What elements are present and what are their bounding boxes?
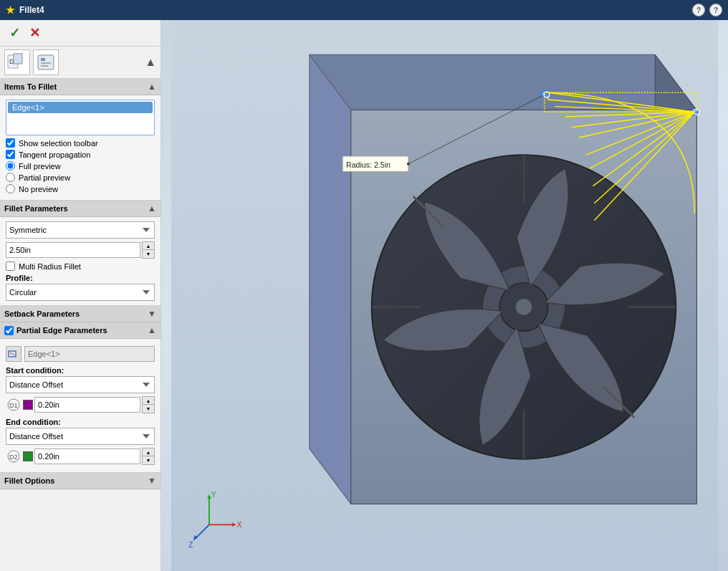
- tangent-propagation-label: Tangent propagation: [19, 150, 90, 159]
- start-offset-input[interactable]: [34, 397, 140, 413]
- left-panel: ✓ ✕ D ▲ It: [0, 20, 161, 571]
- viewport[interactable]: Radius: 2.5in Y X Z: [161, 20, 728, 571]
- partial-edge-input-row: [6, 346, 155, 362]
- end-offset-spinner-row: D2 ▲ ▼: [6, 448, 155, 465]
- items-to-fillet-header[interactable]: Items To Fillet ▲: [0, 79, 161, 95]
- multi-radius-label: Multi Radius Fillet: [19, 262, 81, 271]
- svg-point-46: [407, 163, 410, 165]
- main-container: ✓ ✕ D ▲ It: [0, 20, 728, 571]
- tangent-propagation-row: Tangent propagation: [6, 150, 155, 159]
- svg-marker-14: [310, 54, 696, 110]
- svg-rect-2: [14, 54, 22, 64]
- no-preview-row: No preview: [6, 184, 155, 193]
- radius-spinner-row: ▲ ▼: [6, 241, 155, 259]
- svg-text:Z: Z: [188, 540, 193, 549]
- profile-label: Profile:: [6, 274, 155, 282]
- items-to-fillet-title: Items To Fillet: [4, 82, 57, 91]
- partial-edge-checkbox[interactable]: [4, 326, 14, 335]
- toolbar-icon-2[interactable]: [33, 49, 59, 75]
- svg-text:D2: D2: [9, 454, 18, 461]
- action-bar: ✓ ✕: [0, 20, 161, 47]
- title-text: Fillet4: [19, 5, 44, 15]
- title-bar: ★ Fillet4 ? ?: [0, 0, 728, 20]
- svg-point-22: [515, 299, 532, 315]
- end-offset-color-dot: [23, 451, 33, 461]
- radius-input[interactable]: [6, 242, 140, 258]
- radius-decrement-button[interactable]: ▼: [143, 250, 154, 258]
- start-offset-spinner-row: D1 ▲ ▼: [6, 396, 155, 413]
- fillet-parameters-title: Fillet Parameters: [4, 204, 68, 213]
- toolbar-icons-row: D ▲: [0, 47, 161, 79]
- partial-edge-input[interactable]: [24, 346, 155, 362]
- svg-text:Radius:  2.5in: Radius: 2.5in: [346, 160, 391, 169]
- end-offset-input[interactable]: [34, 448, 140, 464]
- tangent-propagation-checkbox[interactable]: [6, 150, 15, 159]
- profile-type-dropdown[interactable]: Circular: [6, 284, 155, 301]
- help-icon-2[interactable]: ?: [709, 4, 722, 16]
- fillet-options-header[interactable]: Fillet Options ▼: [0, 473, 161, 489]
- scroll-up-button[interactable]: ▲: [145, 56, 156, 69]
- start-offset-color-dot: [23, 400, 33, 410]
- end-offset-increment-button[interactable]: ▲: [143, 448, 154, 456]
- start-offset-decrement-button[interactable]: ▼: [143, 405, 154, 413]
- fillet-params-collapse-icon: ▲: [148, 203, 156, 213]
- partial-preview-row: Partial preview: [6, 173, 155, 182]
- end-condition-label: End condition:: [6, 418, 155, 426]
- show-selection-toolbar-row: Show selection toolbar: [6, 138, 155, 148]
- confirm-button[interactable]: ✓: [6, 24, 23, 42]
- d1-icon: D1: [6, 397, 21, 413]
- help-icon-1[interactable]: ?: [692, 4, 705, 16]
- fillet-parameters-content: Symmetric ▲ ▼ Multi Radius Fillet Profil…: [0, 217, 161, 306]
- items-collapse-icon: ▲: [148, 82, 156, 92]
- end-offset-spinner-buttons: ▲ ▼: [142, 448, 155, 465]
- radius-spinner-buttons: ▲ ▼: [142, 241, 155, 259]
- svg-text:D1: D1: [9, 402, 18, 409]
- radius-increment-button[interactable]: ▲: [143, 242, 154, 250]
- full-preview-label: Full preview: [19, 162, 61, 171]
- svg-rect-5: [41, 62, 51, 64]
- multi-radius-checkbox[interactable]: [6, 261, 15, 271]
- no-preview-radio[interactable]: [6, 184, 15, 193]
- fillet-options-title: Fillet Options: [4, 476, 54, 485]
- partial-edge-title: Partial Edge Parameters: [16, 326, 107, 335]
- setback-parameters-header[interactable]: Setback Parameters ▼: [0, 306, 161, 322]
- setback-parameters-title: Setback Parameters: [4, 310, 80, 318]
- end-offset-decrement-button[interactable]: ▼: [143, 456, 154, 464]
- no-preview-label: No preview: [19, 185, 58, 193]
- partial-edge-content: Start condition: Distance Offset D1 ▲ ▼: [0, 339, 161, 473]
- full-preview-row: Full preview: [6, 161, 155, 171]
- edge-item-1[interactable]: Edge<1>: [8, 102, 153, 113]
- show-selection-toolbar-label: Show selection toolbar: [19, 139, 98, 148]
- partial-preview-label: Partial preview: [19, 173, 70, 182]
- show-selection-toolbar-checkbox[interactable]: [6, 138, 15, 148]
- edge-list-box: Edge<1>: [6, 100, 155, 135]
- start-offset-increment-button[interactable]: ▲: [143, 397, 154, 405]
- title-icon: ★: [6, 4, 15, 16]
- svg-line-8: [10, 352, 14, 355]
- svg-marker-17: [310, 54, 351, 504]
- items-to-fillet-content: Edge<1> Show selection toolbar Tangent p…: [0, 95, 161, 201]
- fillet-options-collapse-icon: ▼: [148, 476, 156, 486]
- 3d-model-svg: Radius: 2.5in Y X Z: [161, 20, 728, 571]
- d2-icon: D2: [6, 448, 21, 464]
- partial-preview-radio[interactable]: [6, 173, 15, 182]
- start-condition-dropdown[interactable]: Distance Offset: [6, 376, 155, 393]
- partial-edge-header[interactable]: Partial Edge Parameters ▲: [0, 322, 161, 339]
- start-offset-spinner-buttons: ▲ ▼: [142, 396, 155, 413]
- svg-text:Y: Y: [211, 490, 216, 499]
- partial-edge-icon: [6, 346, 21, 362]
- partial-edge-collapse-icon: ▲: [148, 325, 156, 335]
- toolbar-icon-1[interactable]: D: [4, 49, 30, 75]
- fillet-type-dropdown[interactable]: Symmetric: [6, 221, 155, 239]
- svg-rect-4: [41, 58, 45, 61]
- svg-rect-6: [41, 65, 48, 67]
- multi-radius-row: Multi Radius Fillet: [6, 261, 155, 271]
- full-preview-radio[interactable]: [6, 161, 15, 171]
- setback-collapse-icon: ▼: [148, 309, 156, 319]
- cancel-button[interactable]: ✕: [26, 24, 43, 42]
- start-condition-label: Start condition:: [6, 366, 155, 375]
- end-condition-dropdown[interactable]: Distance Offset: [6, 428, 155, 445]
- svg-text:X: X: [237, 520, 242, 529]
- fillet-parameters-header[interactable]: Fillet Parameters ▲: [0, 201, 161, 217]
